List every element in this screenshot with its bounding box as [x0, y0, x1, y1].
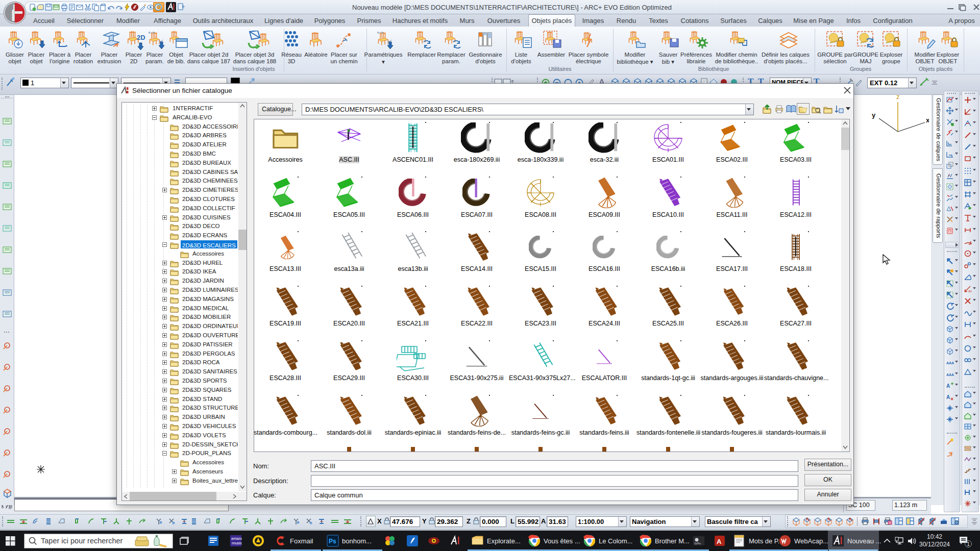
svg-text:GoPro: GoPro [694, 542, 701, 545]
svg-text:90: 90 [968, 290, 972, 293]
svg-text:AAA: AAA [946, 361, 954, 365]
svg-text:A: A [946, 394, 950, 400]
svg-text:?: ? [157, 5, 160, 10]
svg-text:y: y [872, 111, 876, 119]
svg-text:music: music [232, 541, 242, 545]
svg-text:A: A [948, 174, 950, 177]
svg-text:x: x [926, 116, 929, 124]
svg-text:z: z [896, 93, 900, 101]
svg-text:A: A [946, 383, 950, 389]
svg-text:2D: 2D [137, 34, 145, 41]
svg-text:A: A [717, 538, 722, 545]
svg-text:amazon: amazon [231, 537, 242, 540]
svg-text:Ps: Ps [329, 538, 336, 545]
svg-text:AAA: AAA [946, 373, 954, 377]
